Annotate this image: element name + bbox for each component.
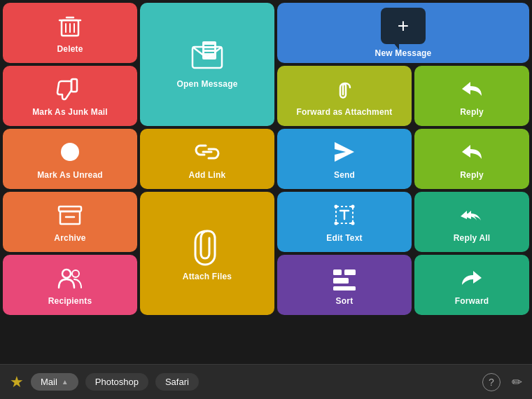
thumbsdown-icon: [56, 75, 84, 103]
send-label: Send: [334, 170, 355, 180]
edit-text-tile[interactable]: Edit Text: [277, 192, 412, 252]
add-link-label: Add Link: [189, 170, 226, 180]
svg-point-18: [335, 205, 338, 209]
photoshop-label: Photoshop: [95, 377, 139, 387]
new-message-tile[interactable]: + New Message: [277, 3, 529, 63]
bottom-bar: ★ Mail ▲ Photoshop Safari ? ✏: [0, 364, 532, 399]
mail-app-tag[interactable]: Mail ▲: [31, 373, 78, 391]
recipients-tile[interactable]: Recipients: [3, 255, 137, 315]
photoshop-app-tag[interactable]: Photoshop: [85, 373, 148, 391]
forward-label: Forward: [455, 296, 489, 306]
attach-files-icon: [190, 225, 225, 267]
envelope-icon: [190, 40, 225, 75]
reply-all-tile[interactable]: Reply All: [414, 192, 529, 252]
forward-tile[interactable]: Forward: [414, 255, 529, 315]
edit-text-label: Edit Text: [326, 233, 363, 243]
mark-junk-label: Mark As Junk Mail: [32, 107, 108, 117]
reply-all-label: Reply All: [454, 233, 491, 243]
svg-rect-11: [71, 79, 77, 92]
mark-unread-label: Mark As Unread: [37, 170, 103, 180]
svg-rect-28: [344, 270, 356, 275]
sort-label: Sort: [336, 296, 354, 306]
mark-unread-tile[interactable]: Mark As Unread: [3, 129, 137, 189]
delete-tile[interactable]: Delete: [3, 3, 137, 63]
delete-label: Delete: [57, 44, 83, 54]
reply-right-icon: [458, 138, 486, 166]
bottom-right-actions: ? ✏: [482, 373, 522, 391]
svg-rect-7: [202, 41, 216, 59]
open-message-label: Open Message: [176, 79, 237, 89]
recipients-icon: [56, 264, 84, 292]
mark-junk-tile[interactable]: Mark As Junk Mail: [3, 66, 137, 126]
svg-rect-26: [333, 270, 342, 275]
archive-icon: [56, 201, 84, 229]
circle-icon: [56, 138, 84, 166]
edit-button[interactable]: ✏: [512, 374, 522, 390]
paper-plane-icon: [330, 138, 358, 166]
safari-app-tag[interactable]: Safari: [155, 373, 199, 391]
forward-icon: [458, 264, 486, 292]
svg-rect-29: [333, 286, 356, 290]
link-icon: [193, 138, 221, 166]
paperclip-forward-icon: [330, 75, 358, 103]
new-message-icon: +: [381, 8, 426, 44]
reply-icon: [458, 75, 486, 103]
reply-label: Reply: [460, 107, 484, 117]
mail-label: Mail: [41, 377, 57, 387]
svg-point-24: [62, 270, 71, 278]
svg-point-25: [72, 270, 79, 277]
star-button[interactable]: ★: [10, 373, 24, 391]
recipients-label: Recipients: [48, 296, 92, 306]
safari-label: Safari: [165, 377, 189, 387]
sort-tile[interactable]: Sort: [277, 255, 412, 315]
add-link-tile[interactable]: Add Link: [140, 129, 274, 189]
forward-attachment-label: Forward as Attachment: [296, 107, 392, 117]
new-message-label: New Message: [375, 48, 432, 58]
mail-arrow-icon: ▲: [62, 378, 69, 386]
send-tile[interactable]: Send: [277, 129, 412, 189]
svg-rect-27: [333, 278, 349, 284]
forward-attachment-tile[interactable]: Forward as Attachment: [277, 66, 412, 126]
reply-tile[interactable]: Reply: [414, 66, 529, 126]
open-message-tile[interactable]: Open Message: [140, 3, 274, 126]
edit-text-icon: [330, 201, 358, 229]
svg-point-19: [351, 205, 355, 209]
reply-all-icon: [458, 201, 486, 229]
svg-point-12: [61, 143, 79, 161]
archive-label: Archive: [54, 233, 85, 243]
sort-icon: [330, 264, 358, 292]
reply-right-tile[interactable]: Reply: [414, 129, 529, 189]
reply-right-label: Reply: [460, 170, 484, 180]
help-button[interactable]: ?: [482, 373, 500, 391]
svg-point-20: [335, 222, 338, 225]
svg-point-21: [351, 222, 355, 225]
attach-files-label: Attach Files: [183, 272, 232, 281]
trash-icon: [56, 12, 84, 40]
attach-files-tile[interactable]: Attach Files: [140, 192, 274, 315]
archive-tile[interactable]: Archive: [3, 192, 137, 252]
